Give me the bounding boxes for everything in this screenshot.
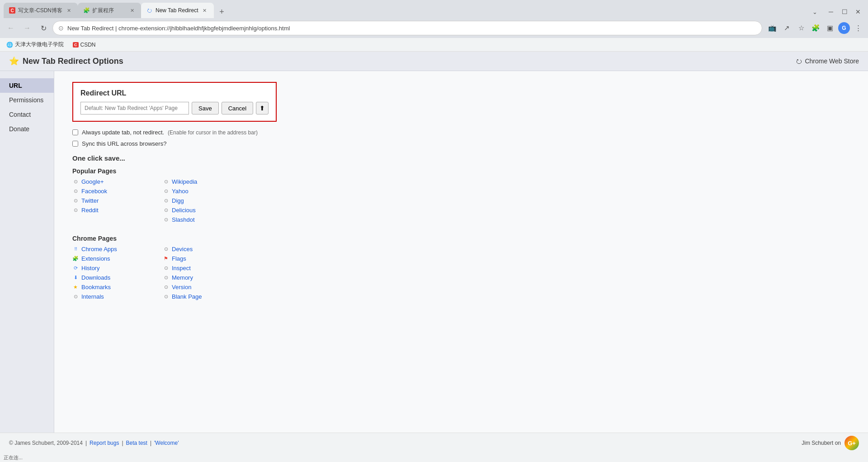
- reload-button[interactable]: ↻: [36, 21, 51, 35]
- status-text: 正在连...: [4, 454, 23, 461]
- extensions-icon[interactable]: 🧩: [809, 22, 822, 34]
- sidebar: URL Permissions Contact Donate: [0, 71, 54, 433]
- sidebar-item-donate[interactable]: Donate: [0, 122, 54, 136]
- sidebar-item-contact[interactable]: Contact: [0, 107, 54, 122]
- one-click-save-title: One click save...: [72, 154, 850, 162]
- digg-link[interactable]: Digg: [172, 197, 184, 204]
- extension-page: ⭐ New Tab Redirect Options ⭮ Chrome Web …: [0, 52, 868, 462]
- sidebar-item-permissions[interactable]: Permissions: [0, 93, 54, 107]
- reddit-link[interactable]: Reddit: [81, 207, 99, 214]
- version-link[interactable]: Version: [172, 284, 191, 291]
- link-version[interactable]: ⊙ Version: [163, 284, 253, 291]
- link-slashdot[interactable]: ⊙ Slashdot: [163, 216, 253, 223]
- minimize-button[interactable]: ─: [825, 5, 837, 18]
- bookmark-csdn[interactable]: C CSDN: [70, 41, 99, 49]
- link-internals[interactable]: ⊙ Internals: [72, 293, 163, 300]
- bookmark-tianjin[interactable]: 🌐 天津大学微电子学院: [4, 40, 66, 49]
- save-button[interactable]: Save: [192, 102, 219, 114]
- blank-page-link[interactable]: Blank Page: [172, 293, 202, 300]
- twitter-link[interactable]: Twitter: [81, 197, 99, 204]
- link-delicious[interactable]: ⊙ Delicious: [163, 207, 253, 214]
- tab-csdn[interactable]: C 写文章-CSDN博客 ✕: [4, 3, 78, 18]
- profile-avatar[interactable]: G: [838, 22, 850, 34]
- tab-overflow-button[interactable]: ⌄: [808, 5, 821, 18]
- link-extensions[interactable]: 🧩 Extensions: [72, 255, 163, 262]
- forward-button[interactable]: →: [20, 21, 34, 35]
- tab-newtab[interactable]: ⭮ New Tab Redirect ✕: [141, 3, 214, 18]
- link-reddit[interactable]: ⊙ Reddit: [72, 207, 163, 214]
- address-box[interactable]: ⊙ New Tab Redirect | chrome-extension://…: [52, 21, 762, 35]
- maximize-button[interactable]: ☐: [838, 5, 851, 18]
- sidebar-item-url[interactable]: URL: [0, 78, 54, 93]
- link-inspect[interactable]: ⊙ Inspect: [163, 265, 253, 271]
- link-bookmarks[interactable]: ★ Bookmarks: [72, 284, 163, 291]
- bookmark-label-csdn: CSDN: [80, 42, 96, 48]
- welcome-link[interactable]: 'Welcome': [154, 440, 179, 446]
- link-digg[interactable]: ⊙ Digg: [163, 197, 253, 204]
- google-plus-link[interactable]: Google+: [81, 178, 104, 185]
- share-icon[interactable]: ↗: [780, 22, 793, 34]
- link-facebook[interactable]: ⊙ Facebook: [72, 188, 163, 195]
- wikipedia-link[interactable]: Wikipedia: [172, 178, 197, 185]
- chrome-apps-link[interactable]: Chrome Apps: [81, 246, 117, 252]
- globe-icon: ⊙: [72, 207, 79, 214]
- globe-icon: ⊙: [72, 198, 79, 204]
- sync-url-checkbox[interactable]: [72, 141, 78, 147]
- memory-link[interactable]: Memory: [172, 274, 193, 281]
- extensions-link[interactable]: Extensions: [81, 255, 110, 262]
- globe-icon: ⊙: [163, 246, 169, 252]
- link-flags[interactable]: ⚑ Flags: [163, 255, 253, 262]
- link-google-plus[interactable]: ⊙ Google+: [72, 178, 163, 185]
- tab-close-ext[interactable]: ✕: [128, 7, 136, 14]
- beta-test-link[interactable]: Beta test: [126, 440, 147, 446]
- globe-icon: ⊙: [163, 207, 169, 214]
- bookmark-star-icon[interactable]: ☆: [795, 22, 807, 34]
- new-tab-button[interactable]: +: [216, 5, 228, 18]
- menu-icon[interactable]: ⋮: [852, 22, 864, 34]
- upload-button[interactable]: ⬆: [256, 102, 269, 114]
- link-yahoo[interactable]: ⊙ Yahoo: [163, 188, 253, 195]
- history-icon: ⟳: [72, 265, 79, 271]
- facebook-link[interactable]: Facebook: [81, 188, 107, 195]
- star-icon: ★: [72, 284, 79, 291]
- delicious-link[interactable]: Delicious: [172, 207, 196, 214]
- internals-link[interactable]: Internals: [81, 293, 104, 300]
- close-window-button[interactable]: ✕: [852, 5, 864, 18]
- link-blank-page[interactable]: ⊙ Blank Page: [163, 293, 253, 300]
- yahoo-link[interactable]: Yahoo: [172, 188, 189, 195]
- sidebar-icon[interactable]: ▣: [824, 22, 836, 34]
- grid-icon: ⠿: [72, 246, 79, 252]
- chrome-web-store-link[interactable]: ⭮ Chrome Web Store: [796, 57, 859, 65]
- link-twitter[interactable]: ⊙ Twitter: [72, 197, 163, 204]
- link-history[interactable]: ⟳ History: [72, 265, 163, 271]
- history-link[interactable]: History: [81, 265, 99, 271]
- devices-link[interactable]: Devices: [172, 246, 193, 252]
- always-update-checkbox[interactable]: [72, 129, 78, 135]
- tab-close-newtab[interactable]: ✕: [201, 7, 208, 14]
- cast-icon[interactable]: 📺: [766, 22, 778, 34]
- tab-favicon-csdn: C: [9, 7, 15, 14]
- downloads-link[interactable]: Downloads: [81, 274, 110, 281]
- slashdot-link[interactable]: Slashdot: [172, 216, 195, 223]
- user-name-text: Jim Schubert on: [802, 440, 841, 446]
- tab-close-csdn[interactable]: ✕: [65, 7, 72, 14]
- redirect-url-input[interactable]: [80, 102, 189, 114]
- report-bugs-link[interactable]: Report bugs: [90, 440, 119, 446]
- google-avatar[interactable]: G+: [844, 436, 859, 450]
- popular-pages-grid: ⊙ Google+ ⊙ Facebook ⊙ Twitter: [72, 178, 850, 226]
- link-wikipedia[interactable]: ⊙ Wikipedia: [163, 178, 253, 185]
- globe-icon: ⊙: [163, 294, 169, 300]
- copyright-text: © James Schubert, 2009-2014: [9, 440, 83, 446]
- tab-extensions[interactable]: 🧩 扩展程序 ✕: [78, 3, 141, 18]
- ext-header: ⭐ New Tab Redirect Options ⭮ Chrome Web …: [0, 52, 868, 71]
- globe-icon: ⊙: [163, 284, 169, 291]
- back-button[interactable]: ←: [4, 21, 18, 35]
- link-memory[interactable]: ⊙ Memory: [163, 274, 253, 281]
- bookmarks-link[interactable]: Bookmarks: [81, 284, 111, 291]
- flags-link[interactable]: Flags: [172, 255, 186, 262]
- cancel-button[interactable]: Cancel: [222, 102, 253, 114]
- link-devices[interactable]: ⊙ Devices: [163, 246, 253, 252]
- link-chrome-apps[interactable]: ⠿ Chrome Apps: [72, 246, 163, 252]
- link-downloads[interactable]: ⬇ Downloads: [72, 274, 163, 281]
- inspect-link[interactable]: Inspect: [172, 265, 191, 271]
